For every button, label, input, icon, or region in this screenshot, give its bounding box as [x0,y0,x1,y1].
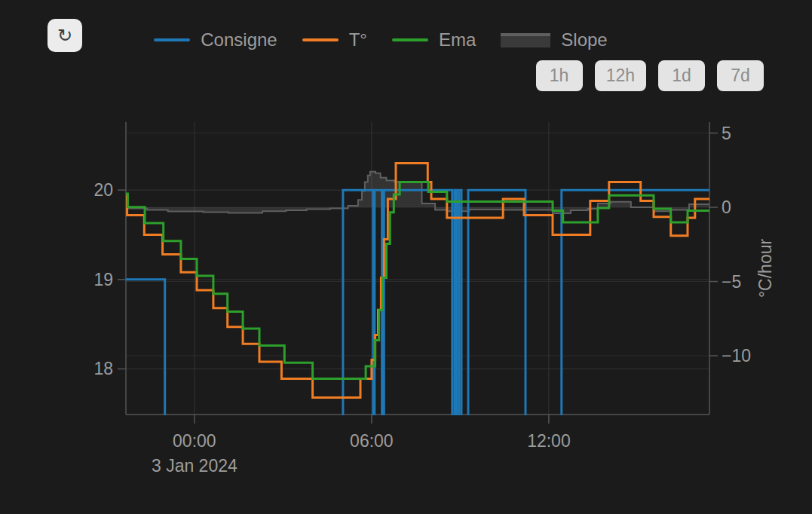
x-axis-date-label: 3 Jan 2024 [152,456,237,476]
series-consigne-line [126,190,709,458]
x-tick-label: 00:00 [173,431,216,451]
y-left-tick-label: 18 [93,359,113,378]
y-right-tick-label: −10 [722,346,751,366]
y-right-tick-label: 0 [722,197,731,217]
y-left-tick-label: 19 [93,270,113,289]
gridlines [126,122,709,415]
y-right-tick-label: 5 [722,124,731,143]
y-right-tick-label: −5 [722,272,741,292]
temperature-chart[interactable]: 20191850−5−1000:0006:0012:003 Jan 2024°C… [0,0,812,514]
x-tick-label: 06:00 [350,431,394,451]
axes: 20191850−5−1000:0006:0012:003 Jan 2024°C… [93,122,775,476]
y-left-tick-label: 20 [93,180,113,200]
x-tick-label: 12:00 [527,431,571,451]
y-right-axis-title: °C/hour [755,239,775,298]
